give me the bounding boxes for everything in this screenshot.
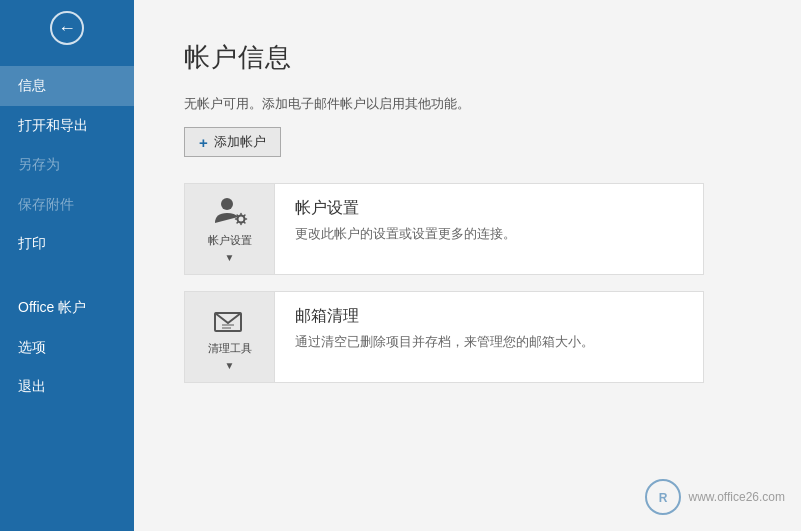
mailbox-cleanup-icon: [211, 303, 249, 337]
page-title: 帐户信息: [184, 40, 751, 75]
mailbox-cleanup-card: 清理工具 ▼ 邮箱清理 通过清空已删除项目并存档，来管理您的邮箱大小。: [184, 291, 704, 383]
sidebar-item-office-account[interactable]: Office 帐户: [0, 288, 134, 328]
mailbox-cleanup-chevron-icon: ▼: [225, 360, 235, 371]
sidebar-item-exit[interactable]: 退出: [0, 367, 134, 407]
watermark-text: www.office26.com: [689, 490, 786, 504]
back-arrow-icon: ←: [50, 11, 84, 45]
sidebar-menu: 信息 打开和导出 另存为 保存附件 打印 Office 帐户 选项 退出: [0, 56, 134, 531]
sidebar-item-options[interactable]: 选项: [0, 328, 134, 368]
sidebar-item-save-attachment: 保存附件: [0, 185, 134, 225]
sidebar-item-open-export[interactable]: 打开和导出: [0, 106, 134, 146]
mailbox-cleanup-title: 邮箱清理: [295, 306, 594, 327]
add-account-button[interactable]: + 添加帐户: [184, 127, 281, 157]
svg-point-0: [221, 198, 233, 210]
main-content: 帐户信息 无帐户可用。添加电子邮件帐户以启用其他功能。 + 添加帐户 帐户设置: [134, 0, 801, 531]
sidebar: ← 信息 打开和导出 另存为 保存附件 打印 Office 帐户 选项 退出: [0, 0, 134, 531]
sidebar-item-print[interactable]: 打印: [0, 224, 134, 264]
account-settings-content: 帐户设置 更改此帐户的设置或设置更多的连接。: [275, 184, 536, 258]
account-settings-title: 帐户设置: [295, 198, 516, 219]
watermark: R www.office26.com: [645, 479, 786, 515]
sidebar-item-info[interactable]: 信息: [0, 66, 134, 106]
sidebar-item-save-as: 另存为: [0, 145, 134, 185]
mailbox-cleanup-icon-label: 清理工具: [208, 341, 252, 356]
back-button[interactable]: ←: [0, 0, 134, 56]
no-account-description: 无帐户可用。添加电子邮件帐户以启用其他功能。: [184, 95, 751, 113]
account-settings-description: 更改此帐户的设置或设置更多的连接。: [295, 225, 516, 244]
account-settings-chevron-icon: ▼: [225, 252, 235, 263]
mailbox-cleanup-icon-box[interactable]: 清理工具 ▼: [185, 292, 275, 382]
account-settings-icon-box[interactable]: 帐户设置 ▼: [185, 184, 275, 274]
account-settings-card: 帐户设置 ▼ 帐户设置 更改此帐户的设置或设置更多的连接。: [184, 183, 704, 275]
svg-text:R: R: [658, 491, 667, 505]
cards-container: 帐户设置 ▼ 帐户设置 更改此帐户的设置或设置更多的连接。 清理工具: [184, 183, 751, 383]
plus-icon: +: [199, 134, 208, 151]
account-settings-icon-label: 帐户设置: [208, 233, 252, 248]
mailbox-cleanup-content: 邮箱清理 通过清空已删除项目并存档，来管理您的邮箱大小。: [275, 292, 614, 366]
account-settings-icon: [211, 195, 249, 229]
watermark-logo-icon: R: [645, 479, 681, 515]
mailbox-cleanup-description: 通过清空已删除项目并存档，来管理您的邮箱大小。: [295, 333, 594, 352]
